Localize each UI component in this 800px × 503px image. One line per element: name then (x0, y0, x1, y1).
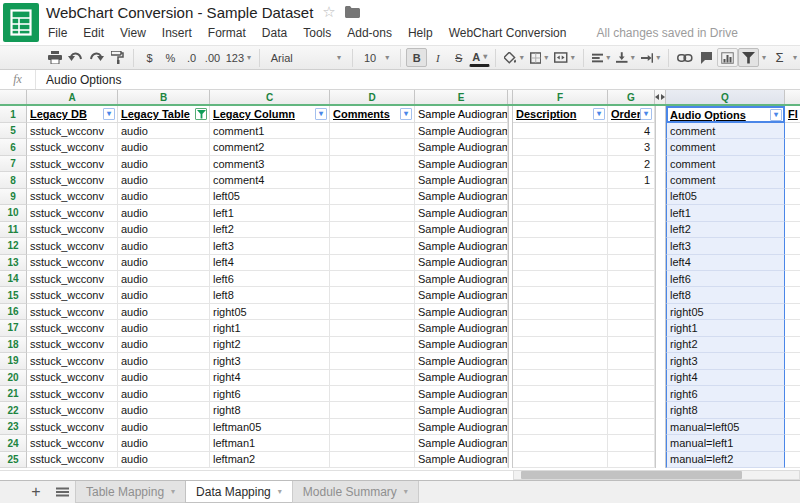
cell-Q17[interactable]: right1 (666, 320, 785, 336)
cell-A16[interactable]: sstuck_wcconv (27, 304, 118, 320)
cell-C13[interactable]: left4 (210, 255, 330, 271)
cell-C1[interactable]: Legacy Column (210, 106, 330, 123)
filter-button[interactable] (738, 48, 759, 67)
cell-F18[interactable] (513, 337, 608, 353)
redo-button[interactable] (86, 48, 107, 67)
tab-data-mapping[interactable]: Data Mapping (185, 481, 293, 503)
cell-E20[interactable]: Sample Audiogram (415, 370, 508, 386)
cell-E5[interactable]: Sample Audiogram (415, 123, 508, 139)
cell-E8[interactable]: Sample Audiogram (415, 172, 508, 188)
column-header-Q[interactable]: Q (666, 90, 785, 104)
cell-G22[interactable] (608, 402, 655, 418)
cell-G13[interactable] (608, 255, 655, 271)
cell-G14[interactable] (608, 271, 655, 287)
cell-E21[interactable]: Sample Audiogram (415, 386, 508, 402)
cell-C11[interactable]: left2 (210, 222, 330, 238)
cell-C6[interactable]: comment2 (210, 139, 330, 155)
cell-E11[interactable]: Sample Audiogram (415, 222, 508, 238)
cell-E13[interactable]: Sample Audiogram (415, 255, 508, 271)
cell-F24[interactable] (513, 435, 608, 451)
cell-D18[interactable] (330, 337, 415, 353)
cell-D1[interactable]: Comments (330, 106, 415, 123)
column-header-B[interactable]: B (118, 90, 210, 104)
row-header-10[interactable]: 10 (0, 205, 27, 221)
cell-G21[interactable] (608, 386, 655, 402)
cell-C25[interactable]: leftman2 (210, 452, 330, 468)
cell-F17[interactable] (513, 320, 608, 336)
cell-D5[interactable] (330, 123, 415, 139)
fill-color-button[interactable] (501, 48, 527, 67)
cell-D10[interactable] (330, 205, 415, 221)
borders-button[interactable] (527, 48, 552, 67)
cell-E12[interactable]: Sample Audiogram (415, 238, 508, 254)
row-header-19[interactable]: 19 (0, 353, 27, 369)
cell-B25[interactable]: audio (118, 452, 210, 468)
cell-E9[interactable]: Sample Audiogram (415, 189, 508, 205)
cell-G8[interactable]: 1 (608, 172, 655, 188)
cell-E1[interactable]: Sample Audiogram (415, 106, 508, 123)
menu-tools[interactable]: Tools (295, 23, 339, 43)
cell-B21[interactable]: audio (118, 386, 210, 402)
cell-C15[interactable]: left8 (210, 287, 330, 303)
cell-Q12[interactable]: left3 (666, 238, 785, 254)
cell-B10[interactable]: audio (118, 205, 210, 221)
menu-addons[interactable]: Add-ons (339, 23, 400, 43)
cell-A24[interactable]: sstuck_wcconv (27, 435, 118, 451)
cell-G7[interactable]: 2 (608, 156, 655, 172)
percent-format-button[interactable]: % (160, 48, 181, 67)
row-header-12[interactable]: 12 (0, 238, 27, 254)
cell-G12[interactable] (608, 238, 655, 254)
currency-format-button[interactable]: $ (139, 48, 160, 67)
cell-E17[interactable]: Sample Audiogram (415, 320, 508, 336)
row-header-23[interactable]: 23 (0, 419, 27, 435)
cell-F10[interactable] (513, 205, 608, 221)
cell-Q14[interactable]: left6 (666, 271, 785, 287)
cell-D7[interactable] (330, 156, 415, 172)
filter-dropdown-icon[interactable] (400, 108, 412, 120)
cell-A17[interactable]: sstuck_wcconv (27, 320, 118, 336)
cell-E18[interactable]: Sample Audiogram (415, 337, 508, 353)
cell-G1[interactable]: Order (608, 106, 655, 123)
cell-D8[interactable] (330, 172, 415, 188)
cell-G9[interactable] (608, 189, 655, 205)
insert-comment-button[interactable] (696, 48, 717, 67)
cell-G17[interactable] (608, 320, 655, 336)
formula-input[interactable]: Audio Options (36, 73, 800, 87)
folder-icon[interactable] (345, 6, 360, 18)
cell-D21[interactable] (330, 386, 415, 402)
cell-G24[interactable] (608, 435, 655, 451)
undo-button[interactable] (65, 48, 86, 67)
cell-F25[interactable] (513, 452, 608, 468)
cell-E10[interactable]: Sample Audiogram (415, 205, 508, 221)
cell-A9[interactable]: sstuck_wcconv (27, 189, 118, 205)
cell-D15[interactable] (330, 287, 415, 303)
unhide-left-icon[interactable] (655, 94, 659, 100)
cell-A25[interactable]: sstuck_wcconv (27, 452, 118, 468)
cell-D6[interactable] (330, 139, 415, 155)
cell-D23[interactable] (330, 419, 415, 435)
strikethrough-button[interactable]: S (448, 48, 469, 67)
cell-C10[interactable]: left1 (210, 205, 330, 221)
cell-A5[interactable]: sstuck_wcconv (27, 123, 118, 139)
cell-A11[interactable]: sstuck_wcconv (27, 222, 118, 238)
unhide-right-icon[interactable] (661, 94, 665, 100)
cell-A19[interactable]: sstuck_wcconv (27, 353, 118, 369)
cell-F16[interactable] (513, 304, 608, 320)
row-header-7[interactable]: 7 (0, 156, 27, 172)
cell-B16[interactable]: audio (118, 304, 210, 320)
merge-cells-button[interactable] (551, 48, 577, 67)
cell-B17[interactable]: audio (118, 320, 210, 336)
column-header-D[interactable]: D (330, 90, 415, 104)
cell-B23[interactable]: audio (118, 419, 210, 435)
cell-Q11[interactable]: left2 (666, 222, 785, 238)
cell-F21[interactable] (513, 386, 608, 402)
row-header-8[interactable]: 8 (0, 172, 27, 188)
cell-Q19[interactable]: right3 (666, 353, 785, 369)
cell-B5[interactable]: audio (118, 123, 210, 139)
cell-D12[interactable] (330, 238, 415, 254)
cell-B11[interactable]: audio (118, 222, 210, 238)
text-wrap-button[interactable] (638, 48, 664, 67)
filter-dropdown-icon[interactable] (640, 108, 652, 120)
row-header-25[interactable]: 25 (0, 452, 27, 468)
cell-C8[interactable]: comment4 (210, 172, 330, 188)
